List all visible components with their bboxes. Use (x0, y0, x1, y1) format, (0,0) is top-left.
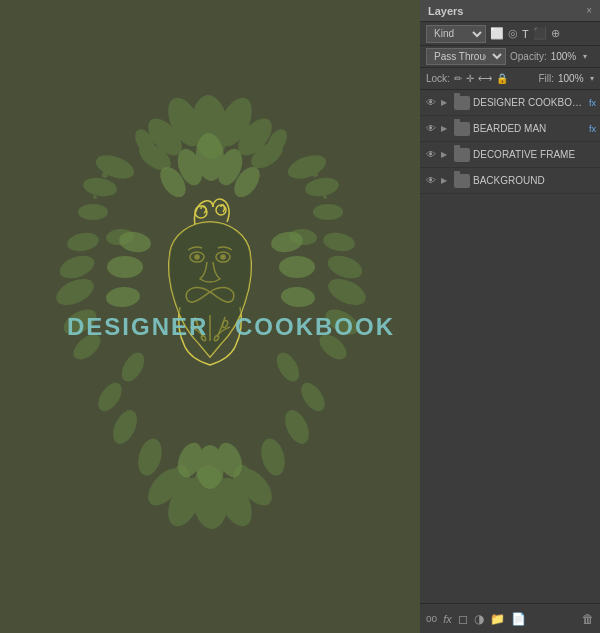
layer-item-decorative-frame[interactable]: 👁 ▶ DECORATIVE FRAME (420, 142, 600, 168)
lock-pixel-icon[interactable]: ✏ (454, 73, 462, 84)
fill-label: Fill: (538, 73, 554, 84)
layer-expand-arrow[interactable]: ▶ (441, 98, 451, 107)
layer-visibility-icon[interactable]: 👁 (424, 174, 438, 188)
layer-visibility-icon[interactable]: 👁 (424, 122, 438, 136)
layer-delete-icon[interactable]: 🗑 (582, 612, 594, 626)
filter-smart-icon[interactable]: ⊕ (551, 27, 560, 40)
blend-mode-dropdown[interactable]: Pass Through (426, 48, 506, 65)
svg-point-60 (107, 256, 143, 278)
panel-footer: oo fx ◻ ◑ 📁 📄 🗑 (420, 603, 600, 633)
svg-point-36 (244, 124, 250, 130)
filter-adjustment-icon[interactable]: ◎ (508, 27, 518, 40)
layer-folder-icon (454, 174, 470, 188)
layer-adjustment-icon[interactable]: ◑ (474, 612, 484, 626)
svg-point-35 (172, 126, 178, 132)
layer-item-designer-cookbook[interactable]: 👁 ▶ DESIGNER COOKBOOK fx (420, 90, 600, 116)
layer-item-bearded-man[interactable]: 👁 ▶ BEARDED MAN fx (420, 116, 600, 142)
svg-point-38 (259, 144, 265, 150)
filter-type-icon[interactable]: T (522, 28, 529, 40)
opacity-label: Opacity: (510, 51, 547, 62)
layer-folder-icon (454, 96, 470, 110)
artwork-svg: DESIGNER COOKBOOK (25, 67, 395, 567)
kind-dropdown[interactable]: Kind (426, 25, 486, 43)
layer-folder-icon (454, 122, 470, 136)
panel-header: Layers × (420, 0, 600, 22)
blend-mode-row: Pass Through Opacity: 100% ▾ (420, 46, 600, 68)
svg-point-41 (312, 171, 318, 177)
layer-mask-icon[interactable]: ◻ (458, 612, 468, 626)
filter-pixel-icon[interactable]: ⬜ (490, 27, 504, 40)
layer-link-icon[interactable]: oo (426, 613, 437, 624)
layer-item-background[interactable]: 👁 ▶ BACKGROUND (420, 168, 600, 194)
canvas-content: DESIGNER COOKBOOK (25, 67, 395, 567)
fill-dropdown-icon[interactable]: ▾ (590, 74, 594, 83)
svg-point-33 (196, 111, 204, 119)
canvas-area: DESIGNER COOKBOOK (0, 0, 420, 633)
layer-new-icon[interactable]: 📄 (511, 612, 526, 626)
lock-label: Lock: (426, 73, 450, 84)
svg-point-10 (78, 204, 108, 220)
layer-name-designer-cookbook: DESIGNER COOKBOOK (473, 97, 584, 108)
svg-point-13 (313, 204, 343, 220)
layer-effects-icon[interactable]: fx (443, 613, 452, 625)
layer-visibility-icon[interactable]: 👁 (424, 148, 438, 162)
layer-name-bearded-man: BEARDED MAN (473, 123, 584, 134)
fill-value: 100% (558, 73, 586, 84)
svg-text:DESIGNER: DESIGNER (67, 313, 208, 340)
layer-name-background: BACKGROUND (473, 175, 591, 186)
lock-artboard-icon[interactable]: ⟷ (478, 73, 492, 84)
svg-point-61 (279, 256, 315, 278)
layer-group-icon[interactable]: 📁 (490, 612, 505, 626)
layers-list: 👁 ▶ DESIGNER COOKBOOK fx 👁 ▶ BEARDED MAN… (420, 90, 600, 603)
svg-text:COOKBOOK: COOKBOOK (235, 313, 395, 340)
svg-point-42 (323, 195, 327, 199)
canvas-document: DESIGNER COOKBOOK (25, 67, 395, 567)
opacity-dropdown-icon[interactable]: ▾ (583, 52, 587, 61)
lock-all-icon[interactable]: 🔒 (496, 73, 508, 84)
layer-fx-badge[interactable]: fx (589, 98, 596, 108)
filter-toolbar: Kind ⬜ ◎ T ⬛ ⊕ (420, 22, 600, 46)
layer-expand-arrow[interactable]: ▶ (441, 124, 451, 133)
lock-row: Lock: ✏ ✛ ⟷ 🔒 Fill: 100% ▾ (420, 68, 600, 90)
layer-expand-arrow[interactable]: ▶ (441, 150, 451, 159)
svg-point-37 (157, 146, 163, 152)
panel-close-button[interactable]: × (586, 5, 592, 16)
layers-panel: Layers × Kind ⬜ ◎ T ⬛ ⊕ Pass Through Opa… (420, 0, 600, 633)
layer-folder-icon (454, 148, 470, 162)
lock-position-icon[interactable]: ✛ (466, 73, 474, 84)
svg-point-39 (102, 172, 108, 178)
svg-point-34 (217, 110, 223, 116)
layer-visibility-icon[interactable]: 👁 (424, 96, 438, 110)
layer-expand-arrow[interactable]: ▶ (441, 176, 451, 185)
opacity-value: 100% (551, 51, 579, 62)
layer-fx-badge[interactable]: fx (589, 124, 596, 134)
svg-point-40 (93, 195, 97, 199)
panel-title: Layers (428, 5, 463, 17)
filter-shape-icon[interactable]: ⬛ (533, 27, 547, 40)
layer-name-decorative-frame: DECORATIVE FRAME (473, 149, 591, 160)
